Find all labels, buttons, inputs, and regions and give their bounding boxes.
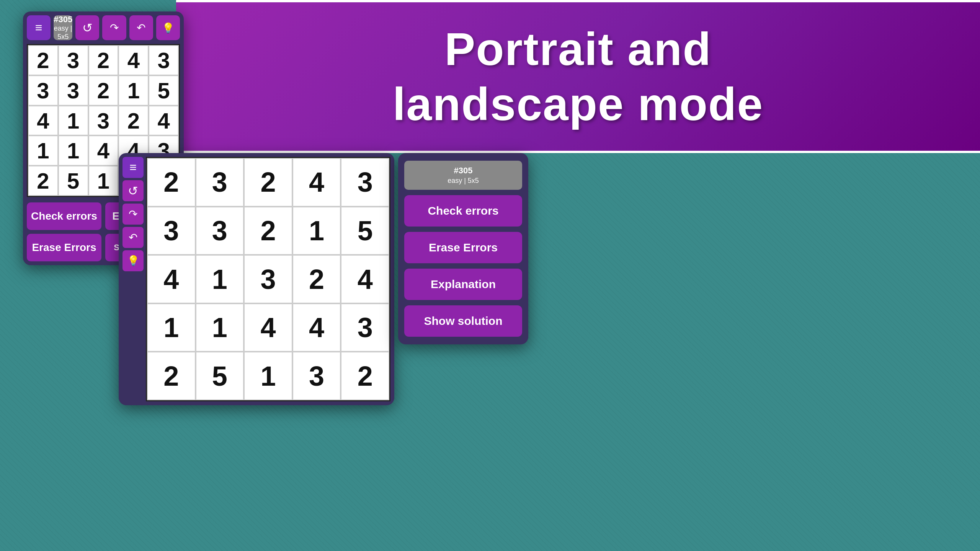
landscape-grid-cell[interactable]: 5 [196, 352, 244, 400]
landscape-grid: 2324333215413241144325132 [146, 157, 390, 401]
portrait-redo-button[interactable] [102, 15, 126, 40]
landscape-refresh-button[interactable] [122, 180, 144, 201]
landscape-grid-cell[interactable]: 3 [196, 207, 244, 255]
portrait-grid-cell[interactable]: 2 [88, 45, 119, 75]
hint-icon [162, 22, 174, 34]
landscape-show-solution-button[interactable]: Show solution [404, 305, 522, 337]
portrait-grid-cell[interactable]: 3 [149, 45, 179, 75]
landscape-grid-cell[interactable]: 3 [196, 158, 244, 207]
portrait-grid-cell[interactable]: 3 [28, 75, 58, 106]
landscape-grid-cell[interactable]: 4 [244, 303, 292, 352]
portrait-grid-cell[interactable]: 1 [58, 135, 88, 166]
ls-redo-icon [129, 208, 137, 220]
landscape-erase-errors-button[interactable]: Erase Errors [404, 232, 522, 263]
portrait-refresh-button[interactable] [75, 15, 99, 40]
portrait-grid-cell[interactable]: 1 [88, 166, 119, 196]
portrait-grid-cell[interactable]: 1 [118, 75, 149, 106]
landscape-grid-cell[interactable]: 2 [147, 352, 196, 400]
landscape-hint-button[interactable] [122, 250, 144, 271]
portrait-check-errors-button[interactable]: Check errors [27, 202, 101, 230]
landscape-grid-cell[interactable]: 1 [147, 303, 196, 352]
landscape-grid-cell[interactable]: 5 [341, 207, 389, 255]
landscape-grid-cell[interactable]: 2 [341, 352, 389, 400]
landscape-grid-cell[interactable]: 3 [341, 158, 389, 207]
landscape-explanation-button[interactable]: Explanation [404, 269, 522, 300]
landscape-grid-cell[interactable]: 2 [244, 158, 292, 207]
portrait-grid-cell[interactable]: 5 [58, 166, 88, 196]
portrait-grid-cell[interactable]: 4 [88, 135, 119, 166]
landscape-grid-cell[interactable]: 4 [292, 303, 341, 352]
undo-icon [137, 21, 145, 34]
landscape-grid-cell[interactable]: 4 [341, 255, 389, 303]
landscape-redo-button[interactable] [122, 204, 144, 225]
refresh-icon [82, 21, 93, 35]
portrait-grid-cell[interactable]: 2 [28, 166, 58, 196]
portrait-menu-button[interactable] [27, 15, 51, 40]
portrait-grid-cell[interactable]: 3 [58, 75, 88, 106]
portrait-puzzle-number: #305 [54, 15, 72, 24]
portrait-grid-cell[interactable]: 4 [118, 45, 149, 75]
portrait-grid-cell[interactable]: 4 [28, 106, 58, 136]
landscape-grid-cell[interactable]: 2 [147, 158, 196, 207]
landscape-check-errors-button[interactable]: Check errors [404, 195, 522, 227]
landscape-grid-cell[interactable]: 3 [292, 352, 341, 400]
portrait-grid-cell[interactable]: 4 [149, 106, 179, 136]
portrait-puzzle-meta: easy | 5x5 [54, 24, 72, 41]
portrait-erase-errors-button[interactable]: Erase Errors [27, 234, 101, 261]
landscape-grid-cell[interactable]: 3 [244, 255, 292, 303]
banner-text: Portrait and landscape mode [393, 21, 763, 132]
portrait-grid-cell[interactable]: 3 [58, 45, 88, 75]
ls-refresh-icon [128, 184, 138, 198]
landscape-grid-cell[interactable]: 4 [292, 158, 341, 207]
portrait-puzzle-id: #305 easy | 5x5 [54, 15, 72, 40]
portrait-grid-cell[interactable]: 5 [149, 75, 179, 106]
landscape-grid-cell[interactable]: 2 [292, 255, 341, 303]
redo-icon [110, 21, 119, 34]
landscape-side-toolbar [122, 157, 144, 401]
landscape-grid-cell[interactable]: 1 [292, 207, 341, 255]
landscape-puzzle-id-badge: #305 easy | 5x5 [404, 161, 522, 190]
landscape-grid-cell[interactable]: 4 [147, 255, 196, 303]
landscape-menu-button[interactable] [122, 157, 144, 178]
portrait-grid-cell[interactable]: 2 [118, 106, 149, 136]
portrait-undo-button[interactable] [129, 15, 153, 40]
landscape-puzzle-number: #305 [409, 165, 518, 176]
portrait-grid-cell[interactable]: 1 [58, 106, 88, 136]
landscape-grid-cell[interactable]: 1 [196, 255, 244, 303]
banner-line2: landscape mode [393, 78, 763, 130]
landscape-puzzle-meta: easy | 5x5 [409, 176, 518, 185]
landscape-undo-button[interactable] [122, 227, 144, 248]
ls-undo-icon [129, 231, 137, 244]
portrait-grid-cell[interactable]: 2 [28, 45, 58, 75]
landscape-grid-cell[interactable]: 3 [147, 207, 196, 255]
portrait-grid-cell[interactable]: 2 [88, 75, 119, 106]
ls-hint-icon [127, 255, 139, 267]
landscape-grid-cell[interactable]: 1 [196, 303, 244, 352]
landscape-panel: 2324333215413241144325132 [119, 153, 394, 405]
portrait-hint-button[interactable] [156, 15, 180, 40]
ls-menu-icon [129, 160, 137, 174]
portrait-grid-cell[interactable]: 1 [28, 135, 58, 166]
banner-line1: Portrait and [444, 23, 711, 75]
landscape-grid-container: 2324333215413241144325132 [146, 157, 390, 401]
menu-icon [35, 21, 42, 35]
landscape-grid-cell[interactable]: 3 [341, 303, 389, 352]
banner: Portrait and landscape mode [176, 0, 980, 153]
landscape-grid-cell[interactable]: 2 [244, 207, 292, 255]
landscape-grid-cell[interactable]: 1 [244, 352, 292, 400]
portrait-grid-cell[interactable]: 3 [88, 106, 119, 136]
landscape-right-panel: #305 easy | 5x5 Check errors Erase Error… [398, 153, 528, 344]
portrait-toolbar: #305 easy | 5x5 [27, 15, 180, 40]
